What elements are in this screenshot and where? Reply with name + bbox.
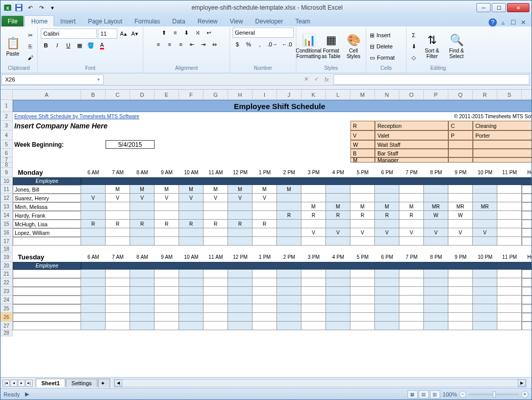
row-header[interactable]: 27 [1,322,12,330]
shift-slot[interactable] [277,304,301,313]
number-format-combo[interactable]: General [233,28,294,38]
shift-slot[interactable] [350,287,375,296]
employee-name[interactable] [13,304,81,313]
hours-total[interactable]: 8 [522,220,531,228]
format-as-table-button[interactable]: ▦Format as Table [321,30,341,63]
shift-slot[interactable]: R [179,220,204,228]
shift-slot[interactable]: R [204,220,228,228]
shift-slot[interactable] [350,185,375,194]
next-sheet-icon[interactable]: ▸ [18,380,25,387]
zoom-in-button[interactable]: + [521,391,528,398]
shift-slot[interactable] [252,270,277,278]
shift-slot[interactable] [277,237,301,246]
save-icon[interactable] [14,3,24,13]
time-header[interactable]: 11 PM [497,168,522,177]
shift-slot[interactable] [81,304,106,313]
row-header[interactable]: 24 [1,296,12,304]
shift-slot[interactable] [204,237,228,246]
sort-filter-button[interactable]: ⇅Sort & Filter [421,30,443,63]
page-layout-view-button[interactable]: ▤ [419,390,429,398]
employee-name[interactable]: McHugh, Lisa [13,220,81,228]
week-beginning-label[interactable]: Week Beginning: [13,140,106,149]
shift-slot[interactable] [81,322,106,330]
employee-header[interactable]: Employee [13,177,81,185]
shift-slot[interactable] [204,228,228,237]
sheet-tab-sheet1[interactable]: Sheet1 [36,379,65,387]
time-header[interactable]: 4 PM [326,252,350,262]
shift-slot[interactable] [81,237,106,246]
shift-slot[interactable] [155,304,179,313]
shift-slot[interactable] [155,211,179,220]
time-header[interactable]: 8 AM [130,168,155,177]
shift-slot[interactable]: R [155,220,179,228]
cell-styles-button[interactable]: 🎨Cell Styles [343,30,364,63]
shift-slot[interactable] [326,304,350,313]
time-header[interactable]: 5 PM [350,168,375,177]
shift-slot[interactable] [399,220,424,228]
shift-slot[interactable] [81,296,106,304]
scroll-left-icon[interactable]: ◀ [114,380,122,387]
shift-slot[interactable] [130,228,155,237]
shift-slot[interactable] [179,322,204,330]
shift-slot[interactable]: R [350,211,375,220]
week-beginning-date[interactable]: 5/4/2015 [106,140,155,149]
shift-slot[interactable] [228,322,252,330]
shift-slot[interactable] [252,313,277,322]
shift-slot[interactable]: V [252,194,277,202]
copyright-text[interactable]: © 2011-2015 Timesheets MTS Software [228,112,531,121]
shift-slot[interactable] [130,278,155,287]
column-header[interactable]: N [375,90,399,100]
maximize-button[interactable]: ☐ [492,3,506,12]
shift-slot[interactable] [130,202,155,211]
shift-slot[interactable] [155,322,179,330]
shift-slot[interactable] [350,296,375,304]
time-header[interactable]: 12 PM [228,252,252,262]
new-sheet-button[interactable]: ✦ [98,379,110,388]
shift-slot[interactable] [497,322,522,330]
shift-slot[interactable]: W [424,211,448,220]
column-header[interactable]: L [326,90,350,100]
shift-slot[interactable] [228,211,252,220]
hours-total[interactable]: 0 [522,278,531,287]
name-box[interactable]: X26▾ [2,74,104,85]
prev-sheet-icon[interactable]: ◂ [10,380,17,387]
shift-slot[interactable] [106,296,130,304]
time-header[interactable]: 11 AM [204,252,228,262]
row-header[interactable]: 12 [1,194,12,202]
shift-slot[interactable] [399,304,424,313]
time-header[interactable]: 8 PM [424,168,448,177]
row-header[interactable]: 26 [1,313,12,322]
column-header[interactable]: P [424,90,448,100]
shift-slot[interactable] [179,278,204,287]
shift-slot[interactable] [301,270,326,278]
scroll-right-icon[interactable]: ▶ [518,380,526,387]
insert-cells-button[interactable]: ⊞ Insert [368,30,404,40]
shift-slot[interactable] [155,278,179,287]
shift-slot[interactable] [424,287,448,296]
shift-slot[interactable] [473,304,497,313]
time-header[interactable]: 8 AM [130,252,155,262]
shift-slot[interactable] [155,228,179,237]
shift-slot[interactable]: M [326,202,350,211]
shift-slot[interactable] [350,304,375,313]
shift-slot[interactable] [81,313,106,322]
shift-slot[interactable] [106,237,130,246]
employee-name[interactable] [13,296,81,304]
row-header[interactable]: 15 [1,220,12,228]
employee-name[interactable]: Suarez, Henry [13,194,81,202]
column-headers[interactable]: ABCDEFGHIJKLMNOPQRST [13,90,531,100]
zoom-slider[interactable] [468,393,519,395]
shift-slot[interactable]: MR [424,202,448,211]
time-header[interactable]: 12 PM [228,168,252,177]
shift-slot[interactable] [228,304,252,313]
shift-slot[interactable] [375,322,399,330]
shift-slot[interactable] [252,304,277,313]
autosum-button[interactable]: Σ [409,30,419,40]
shift-slot[interactable] [204,287,228,296]
shift-slot[interactable] [399,185,424,194]
shift-slot[interactable] [497,287,522,296]
shift-slot[interactable] [301,304,326,313]
copy-button[interactable]: ⎘ [25,41,35,51]
shift-slot[interactable]: M [277,185,301,194]
shift-slot[interactable] [277,287,301,296]
